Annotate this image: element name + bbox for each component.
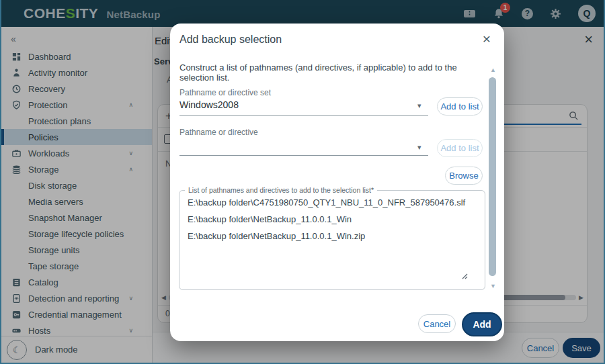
add-to-list-button[interactable]: Add to list <box>437 97 483 116</box>
dropdown-caret-icon[interactable]: ▾ <box>417 101 421 110</box>
pathname-set-select[interactable] <box>179 115 428 116</box>
pathname-directive-select[interactable] <box>179 155 428 156</box>
close-icon[interactable]: × <box>483 32 491 46</box>
app-window: COHESITYNetBackup 1 ? Q « Dashboard <box>0 0 605 364</box>
selection-list-box[interactable]: List of pathnames and directives to add … <box>179 186 485 290</box>
add-backup-selection-dialog: Add backup selection × Construct a list … <box>170 24 504 341</box>
path-item: E:\backup folder\NetBackup_11.0.0.1_Win <box>179 211 485 228</box>
browse-button[interactable]: Browse <box>445 167 483 185</box>
path-item: E:\backup folder\NetBackup_11.0.0.1_Win.… <box>179 228 485 244</box>
pathname-directive-label: Pathname or directive <box>179 128 258 137</box>
add-to-list-button-disabled[interactable]: Add to list <box>437 139 483 157</box>
path-item: E:\backup folder\C4751980750_QTY1_NBU_11… <box>179 194 485 211</box>
modal-scroll-down-icon[interactable]: ▼ <box>490 283 496 289</box>
modal-scroll-up-icon[interactable]: ▲ <box>490 66 496 73</box>
dropdown-caret-icon[interactable]: ▾ <box>417 143 421 152</box>
pathname-set-label: Pathname or directive set <box>179 88 271 97</box>
dialog-cancel-button[interactable]: Cancel <box>418 314 456 333</box>
dialog-add-button[interactable]: Add <box>462 312 502 336</box>
pathname-set-value: Windows2008 <box>179 99 239 110</box>
modal-scrollbar-thumb[interactable] <box>489 77 496 276</box>
selection-list-legend: List of pathnames and directives to add … <box>185 186 377 194</box>
dialog-title: Add backup selection <box>179 34 282 46</box>
resize-handle-icon[interactable] <box>461 271 469 283</box>
dialog-description: Construct a list of pathnames (and direc… <box>179 62 478 83</box>
